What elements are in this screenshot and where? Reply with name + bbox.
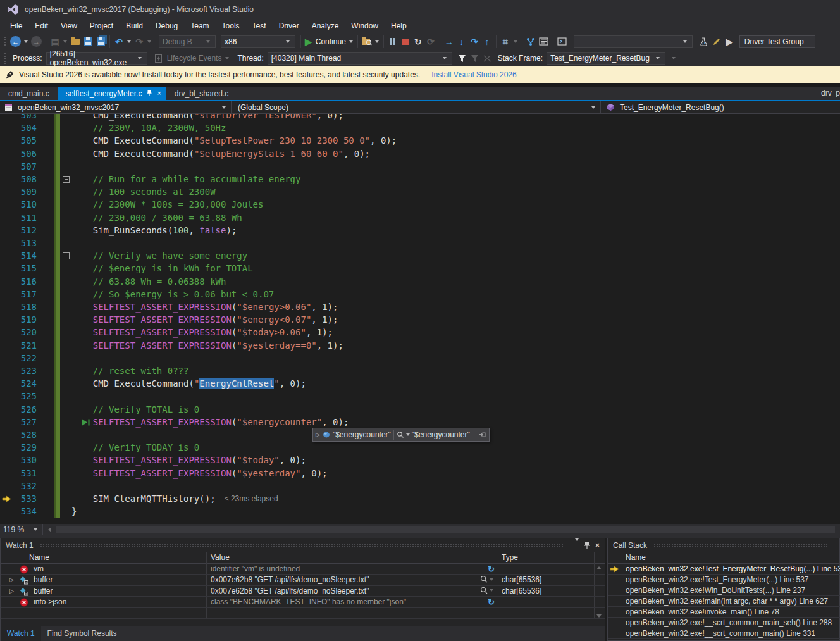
line-number[interactable]: 524 xyxy=(0,377,37,390)
code-line-507[interactable]: 507 xyxy=(0,160,840,173)
datatip-visualizer-chevron[interactable] xyxy=(406,433,410,436)
bottom-tab-watch-1[interactable]: Watch 1 xyxy=(1,626,41,641)
line-number[interactable]: 534 xyxy=(0,505,37,518)
watch-value[interactable]: 0x007e62b8 "GET /api/lfs/demo_noSleeper.… xyxy=(211,575,369,585)
new-file-dropdown[interactable] xyxy=(63,40,67,43)
watch-value[interactable]: identifier "vm" is undefined xyxy=(211,564,300,575)
watch-name[interactable]: vm xyxy=(34,564,44,575)
line-number[interactable]: 503 xyxy=(0,114,37,121)
callstack-frame[interactable]: openBeken_win32.exe!__scrt_common_main_s… xyxy=(608,618,840,628)
code-line-526[interactable]: 526 // Verify TOTAL is 0 xyxy=(0,403,840,416)
text-visualizer-icon[interactable] xyxy=(480,575,495,583)
datatip-expander-icon[interactable]: ▷ xyxy=(316,432,320,438)
watch-col-value[interactable]: Value xyxy=(211,552,230,564)
code-line-514[interactable]: 514 // Verify we have some energy xyxy=(0,249,840,262)
redo-dropdown[interactable] xyxy=(147,40,151,43)
navigate-forward-button[interactable]: → xyxy=(30,34,43,49)
line-number[interactable]: 509 xyxy=(0,185,37,198)
code-text[interactable]: // $energy is in kWh for TOTAL xyxy=(71,262,253,275)
code-text[interactable]: // 100 seconds at 2300W xyxy=(71,185,216,198)
refresh-value-icon[interactable]: ↻ xyxy=(480,597,495,607)
show-next-statement-button[interactable]: → xyxy=(443,34,455,49)
row-expander-icon[interactable]: ▷ xyxy=(9,575,14,585)
hscroll-left-arrow[interactable] xyxy=(48,527,51,532)
bottom-tab-find-symbol-results[interactable]: Find Symbol Results xyxy=(41,626,123,641)
watch-col-name[interactable]: Name xyxy=(29,552,49,564)
flagged-only-filter-icon[interactable] xyxy=(469,51,481,66)
code-line-521[interactable]: 521 SELFTEST_ASSERT_EXPRESSION("$yesterd… xyxy=(0,339,840,352)
code-line-513[interactable]: 513 xyxy=(0,237,840,249)
code-line-505[interactable]: 505 CMD_ExecuteCommand("SetupTestPower 2… xyxy=(0,134,840,147)
menu-tools[interactable]: Tools xyxy=(216,19,246,33)
step-into-button[interactable]: ↓ xyxy=(455,34,468,49)
code-line-508[interactable]: 508 // Run for a while to accumulate ene… xyxy=(0,173,840,185)
code-line-531[interactable]: 531 SELFTEST_ASSERT_EXPRESSION("$yesterd… xyxy=(0,467,840,480)
edit-test-group-button[interactable] xyxy=(710,34,723,49)
code-text[interactable]: SELFTEST_ASSERT_EXPRESSION("$today", 0); xyxy=(71,454,306,466)
menu-team[interactable]: Team xyxy=(184,19,215,33)
row-expander-icon[interactable]: ▷ xyxy=(9,586,14,597)
code-text[interactable]: CMD_ExecuteCommand("SetupTestPower 230 1… xyxy=(71,134,397,147)
install-vs-link[interactable]: Install Visual Studio 2026 xyxy=(431,70,517,79)
line-number[interactable]: 512 xyxy=(0,224,37,237)
line-number[interactable]: 528 xyxy=(0,428,37,441)
code-text[interactable]: SELFTEST_ASSERT_EXPRESSION("$energy<0.07… xyxy=(71,313,338,326)
line-number[interactable]: 508 xyxy=(0,173,37,185)
tab-selftest_energyMeter.c[interactable]: selftest_energyMeter.c× xyxy=(58,87,166,100)
apply-code-changes-button[interactable]: ⟳ xyxy=(424,34,437,49)
menu-project[interactable]: Project xyxy=(83,19,120,33)
code-line-524[interactable]: 524 CMD_ExecuteCommand("EnergyCntReset",… xyxy=(0,377,840,390)
menu-debug[interactable]: Debug xyxy=(149,19,184,33)
code-text[interactable]: CMD_ExecuteCommand("startDriver TESTPOWE… xyxy=(71,114,343,121)
solution-configuration-combo[interactable]: Debug B xyxy=(159,35,216,48)
debugbar-grip[interactable] xyxy=(4,53,6,64)
line-number[interactable]: 522 xyxy=(0,352,37,364)
fold-collapse-box-icon[interactable] xyxy=(63,176,70,183)
line-number[interactable]: 525 xyxy=(0,390,37,402)
line-number[interactable]: 531 xyxy=(0,467,37,480)
test-group-box[interactable]: Driver Test Group xyxy=(739,35,815,48)
callstack-frame[interactable]: openBeken_win32.exe!Win_DoUnitTests(...)… xyxy=(608,585,840,596)
menu-driver[interactable]: Driver xyxy=(273,19,306,33)
line-number[interactable]: 532 xyxy=(0,480,37,492)
code-line-520[interactable]: 520 SELFTEST_ASSERT_EXPRESSION("$today>0… xyxy=(0,326,840,339)
code-text[interactable]: // 230V, 10A, 2300W, 50Hz xyxy=(71,121,226,134)
code-line-510[interactable]: 510 // 2300W * 100s = 230,000 Joules xyxy=(0,198,840,211)
lifecycle-events-dropdown[interactable] xyxy=(225,57,229,59)
menu-test[interactable]: Test xyxy=(246,19,273,33)
code-text[interactable]: // Run for a while to accumulate energy xyxy=(71,173,300,185)
watch-row[interactable]: info->jsonclass "BENCHMARK_TEST_INFO" ha… xyxy=(1,597,605,607)
code-text[interactable]: SELFTEST_ASSERT_EXPRESSION("$energy>0.06… xyxy=(71,301,338,313)
watch-pin-icon[interactable] xyxy=(584,541,590,549)
code-text[interactable]: SELFTEST_ASSERT_EXPRESSION("$yesterday",… xyxy=(71,467,328,480)
callstack-frame[interactable]: openBeken_win32.exe!__scrt_common_main()… xyxy=(608,628,840,639)
menu-help[interactable]: Help xyxy=(385,19,413,33)
code-line-509[interactable]: 509 // 100 seconds at 2300W xyxy=(0,185,840,198)
project-dropdown[interactable]: openBeken_win32_mvsc2017 xyxy=(0,101,232,113)
scope-dropdown[interactable]: (Global Scope) xyxy=(232,101,601,113)
save-all-button[interactable] xyxy=(94,34,107,49)
editor-zoom-combo[interactable]: 119 % xyxy=(0,524,43,535)
tab-close-icon[interactable]: × xyxy=(157,90,161,97)
code-text[interactable]: // Verify TODAY is 0 xyxy=(71,441,199,454)
menu-window[interactable]: Window xyxy=(345,19,385,33)
code-line-532[interactable]: 532 xyxy=(0,480,840,492)
code-text[interactable]: CMD_ExecuteCommand("SetupEnergyStats 1 6… xyxy=(71,147,370,160)
code-text[interactable]: // 63.88 Wh = 0.06388 kWh xyxy=(71,275,226,288)
line-number[interactable]: 504 xyxy=(0,121,37,134)
watch-name[interactable]: buffer xyxy=(34,586,52,597)
code-text[interactable]: // reset with 0??? xyxy=(71,364,188,377)
code-editor[interactable]: 503 CMD_ExecuteCommand("startDriver TEST… xyxy=(0,114,840,524)
code-text[interactable]: SIM_ClearMQTTHistory(); xyxy=(71,492,216,505)
step-out-button[interactable]: ↑ xyxy=(481,34,493,49)
callstack-frame[interactable]: openBeken_win32.exe!Test_EnergyMeter(...… xyxy=(608,575,840,585)
intellitrace-button[interactable] xyxy=(361,34,373,49)
line-number[interactable]: 526 xyxy=(0,403,37,416)
watch-window-menu-chevron[interactable] xyxy=(575,542,579,549)
callstack-frame[interactable]: openBeken_win32.exe!invoke_main() Line 7… xyxy=(608,607,840,618)
open-file-button[interactable] xyxy=(69,34,82,49)
line-number[interactable]: 520 xyxy=(0,326,37,339)
code-text[interactable]: CMD_ExecuteCommand("EnergyCntReset", 0); xyxy=(71,377,306,390)
toolbar-options-chevron[interactable] xyxy=(375,40,379,43)
line-number[interactable]: 515 xyxy=(0,262,37,275)
